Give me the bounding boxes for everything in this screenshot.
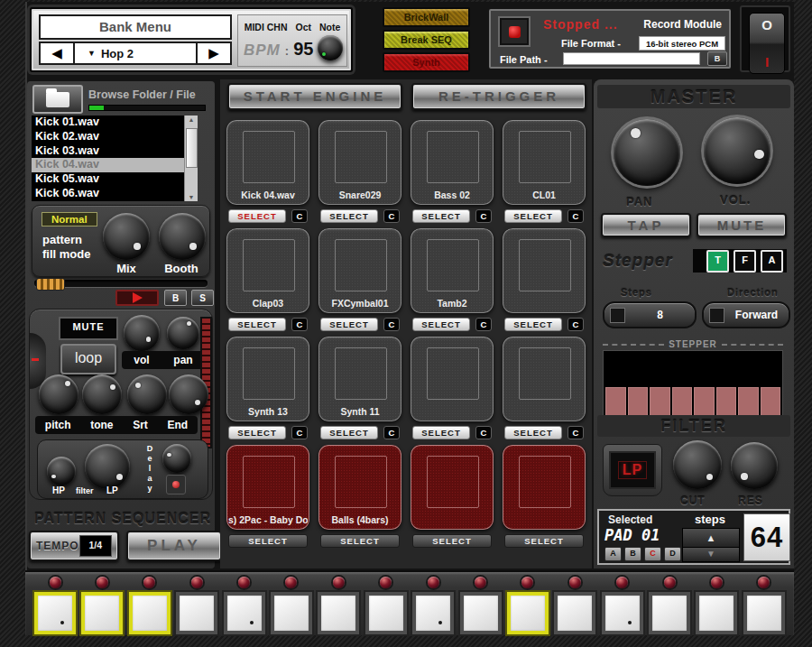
pad-c-button[interactable]: C xyxy=(383,318,400,331)
steps-increment-button[interactable]: ▲ xyxy=(682,528,740,548)
bank-next-button[interactable]: ▶ xyxy=(196,43,230,63)
bank-prev-button[interactable]: ◀ xyxy=(41,43,75,63)
open-folder-button[interactable] xyxy=(32,85,83,114)
scroll-down-icon[interactable]: ▼ xyxy=(185,194,198,200)
start-engine-button[interactable]: START ENGINE xyxy=(227,83,402,110)
step-button[interactable] xyxy=(507,592,549,634)
pad-bank-button-b[interactable]: B xyxy=(624,547,641,561)
tap-button[interactable]: TAP xyxy=(601,213,691,237)
master-vol-knob[interactable] xyxy=(704,117,770,184)
bpm-knob[interactable] xyxy=(318,35,343,60)
mix-knob[interactable] xyxy=(103,213,150,260)
scroll-up-icon[interactable]: ▲ xyxy=(185,116,198,123)
step-button[interactable] xyxy=(412,592,454,634)
pitch-knob[interactable] xyxy=(39,374,78,414)
step-button[interactable] xyxy=(224,592,265,634)
pad-select-button[interactable]: SELECT xyxy=(228,426,286,439)
pad-select-button[interactable]: SELECT xyxy=(412,318,470,331)
file-item[interactable]: Kick 04.wav xyxy=(32,158,184,172)
pattern-slider-handle[interactable] xyxy=(36,278,65,291)
loop-mute-button[interactable]: MUTE xyxy=(59,317,118,340)
step-button[interactable] xyxy=(649,592,690,634)
pad-c-button[interactable]: C xyxy=(475,426,492,439)
file-item[interactable]: Kick 06.wav xyxy=(32,187,184,201)
pad-c-button[interactable]: C xyxy=(567,318,584,331)
re-trigger-button[interactable]: RE-TRIGGER xyxy=(411,83,586,110)
file-list-scrollbar[interactable]: ▲ ▼ xyxy=(184,116,198,201)
loop-play-button[interactable] xyxy=(115,290,159,306)
steps-select[interactable]: 8 xyxy=(603,301,697,328)
pad-select-button[interactable]: SELECT xyxy=(412,426,470,439)
master-mute-button[interactable]: MUTE xyxy=(697,213,787,237)
pad-select-button[interactable]: SELECT xyxy=(412,534,492,548)
steps-select-button[interactable] xyxy=(610,308,625,323)
step-button[interactable] xyxy=(602,592,643,634)
b-transport-button[interactable]: B xyxy=(164,290,187,306)
pad-c-button[interactable]: C xyxy=(291,209,308,223)
drum-pad[interactable]: Balls (4bars) xyxy=(318,445,401,530)
lp-knob[interactable] xyxy=(85,444,130,489)
pad-bank-button-a[interactable]: A xyxy=(604,547,622,561)
drum-pad[interactable] xyxy=(503,445,586,530)
step-button[interactable] xyxy=(554,592,595,634)
step-button[interactable] xyxy=(34,592,76,634)
drum-pad[interactable]: Kick 04.wav xyxy=(226,120,309,205)
loop-vol-knob[interactable] xyxy=(124,315,160,351)
tempo-control[interactable]: TEMPO 1/4 xyxy=(29,531,119,561)
drum-pad[interactable]: Bass 02 xyxy=(411,120,494,205)
direction-select[interactable]: Forward xyxy=(702,301,790,328)
pattern-play-button[interactable]: PLAY xyxy=(126,531,222,561)
drum-pad[interactable] xyxy=(503,228,586,313)
step-button[interactable] xyxy=(176,592,217,634)
stepper-toggle-f[interactable]: F xyxy=(734,250,756,273)
drum-pad[interactable]: FXCymbal01 xyxy=(318,228,401,313)
scrollbar-thumb[interactable] xyxy=(186,128,198,168)
drum-pad[interactable]: Clap03 xyxy=(226,228,309,313)
pad-select-button[interactable]: SELECT xyxy=(228,534,308,548)
pad-c-button[interactable]: C xyxy=(383,209,400,223)
hp-knob[interactable] xyxy=(47,457,76,485)
power-rocker[interactable]: O I xyxy=(749,13,785,74)
brickwall-button[interactable]: BrickWall xyxy=(383,7,470,27)
pad-select-button[interactable]: SELECT xyxy=(320,209,378,223)
file-item[interactable]: Kick 02.wav xyxy=(32,130,184,144)
pad-c-button[interactable]: C xyxy=(291,426,308,439)
start-knob[interactable] xyxy=(127,374,167,414)
drum-pad[interactable]: Synth 11 xyxy=(318,337,401,421)
pad-bank-button-c[interactable]: C xyxy=(644,547,661,561)
delay-on-button[interactable] xyxy=(166,475,186,494)
step-button[interactable] xyxy=(743,592,785,634)
filter-cut-knob[interactable] xyxy=(673,440,722,489)
pad-c-button[interactable]: C xyxy=(567,426,584,439)
pad-c-button[interactable]: C xyxy=(567,209,584,223)
s-transport-button[interactable]: S xyxy=(191,290,214,306)
drum-pad[interactable]: CL01 xyxy=(503,120,586,205)
pad-select-button[interactable]: SELECT xyxy=(228,318,286,331)
booth-knob[interactable] xyxy=(159,213,206,260)
drum-pad[interactable] xyxy=(411,445,494,530)
bank-select[interactable]: ▼ Hop 2 xyxy=(75,47,196,60)
pad-select-button[interactable]: SELECT xyxy=(320,426,378,439)
file-item[interactable]: Kick 05.wav xyxy=(32,172,184,187)
loop-pan-knob[interactable] xyxy=(167,317,199,349)
pad-c-button[interactable]: C xyxy=(475,318,492,331)
drum-pad[interactable] xyxy=(411,337,494,421)
pad-bank-button-d[interactable]: D xyxy=(664,547,681,561)
pad-select-button[interactable]: SELECT xyxy=(320,318,378,331)
pad-c-button[interactable]: C xyxy=(475,209,492,223)
drum-pad[interactable]: s) 2Pac - Baby Dont xyxy=(226,445,309,530)
pad-select-button[interactable]: SELECT xyxy=(504,426,562,439)
break-seq-button[interactable]: Break SEQ xyxy=(383,30,470,50)
delay-knob[interactable] xyxy=(162,444,191,473)
file-item[interactable]: Kick 03.wav xyxy=(32,144,184,159)
pad-select-button[interactable]: SELECT xyxy=(412,209,470,223)
step-button[interactable] xyxy=(318,592,359,634)
browse-path-button[interactable]: B xyxy=(707,51,727,66)
file-item[interactable]: Kick 01.wav xyxy=(32,116,184,130)
drum-pad[interactable]: Synth 13 xyxy=(226,337,309,421)
pad-c-button[interactable]: C xyxy=(291,318,308,331)
pad-select-button[interactable]: SELECT xyxy=(228,209,286,223)
step-button[interactable] xyxy=(696,592,737,634)
pad-select-button[interactable]: SELECT xyxy=(504,318,562,331)
drum-pad[interactable]: Tamb2 xyxy=(411,228,494,313)
